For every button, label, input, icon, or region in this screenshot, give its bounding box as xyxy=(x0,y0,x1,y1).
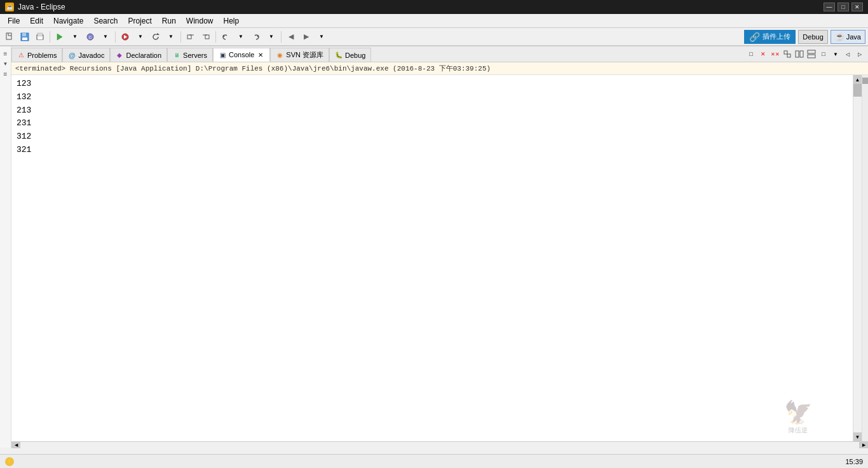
tab-console[interactable]: ▣ Console ✕ xyxy=(213,48,270,62)
debug-icon: 🐛 xyxy=(335,52,342,59)
next-edit-button[interactable] xyxy=(199,30,213,44)
tab-svn-label: SVN 资源库 xyxy=(286,50,323,60)
forward-dropdown[interactable]: ▼ xyxy=(315,30,329,44)
status-left: ⚡ xyxy=(5,457,14,466)
horizontal-scrollbar[interactable]: ◀ ▶ xyxy=(11,441,868,448)
tab-problems[interactable]: ⚠ Problems xyxy=(11,48,62,62)
vertical-scrollbar[interactable]: ▲ ▼ xyxy=(853,75,862,441)
undo-button[interactable] xyxy=(219,30,233,44)
refresh-button[interactable] xyxy=(149,30,163,44)
toolbar-separator-1 xyxy=(50,31,50,43)
debug-perspective-label: Debug xyxy=(803,33,823,41)
tab-svn[interactable]: ◉ SVN 资源库 xyxy=(270,48,329,62)
save-button[interactable] xyxy=(18,30,32,44)
menu-file[interactable]: File xyxy=(3,14,25,27)
tab-servers[interactable]: 🖥 Servers xyxy=(167,48,213,62)
java-perspective-button[interactable]: ☕ Java xyxy=(831,30,865,44)
svg-rect-22 xyxy=(787,54,790,57)
tab-scroll-left[interactable]: ◁ xyxy=(842,48,853,60)
tab-scroll-right[interactable]: ▷ xyxy=(854,48,865,60)
h-scroll-track[interactable] xyxy=(20,442,859,448)
menu-project[interactable]: Project xyxy=(123,14,156,27)
run-button[interactable] xyxy=(53,30,67,44)
svg-rect-8 xyxy=(37,38,43,39)
scroll-right-button[interactable]: ▶ xyxy=(859,442,868,448)
window-title: Java - Eclipse xyxy=(18,3,65,11)
scroll-track xyxy=(853,84,862,432)
gutter-icon-1[interactable]: ≡ xyxy=(1,49,10,58)
console-line-5: 312 xyxy=(17,130,848,144)
menu-search[interactable]: Search xyxy=(88,14,123,27)
scroll-down-button[interactable]: ▼ xyxy=(853,432,862,441)
console-close-button[interactable]: ✕ xyxy=(257,51,264,59)
eclipse-icon: ☕ xyxy=(5,3,14,11)
toolbar-separator-3 xyxy=(180,31,181,43)
status-time: 15:39 xyxy=(845,458,863,465)
tab-declaration-label: Declaration xyxy=(126,52,161,59)
console-output[interactable]: 123 132 213 231 312 321 xyxy=(11,75,853,441)
tab-servers-label: Servers xyxy=(183,52,207,59)
tab-action-7[interactable]: □ xyxy=(818,48,829,60)
menu-navigate[interactable]: Navigate xyxy=(48,14,88,27)
svg-rect-21 xyxy=(784,51,787,54)
menu-window[interactable]: Window xyxy=(181,14,219,27)
tab-bar-actions: □ ✕ ✕✕ □ ▼ ◁ ▷ xyxy=(745,48,868,60)
svg-marker-9 xyxy=(57,34,62,40)
tab-debug[interactable]: 🐛 Debug xyxy=(329,48,371,62)
svg-text:C: C xyxy=(89,36,92,39)
menu-edit[interactable]: Edit xyxy=(25,14,48,27)
toolbar-separator-2 xyxy=(115,31,116,43)
tab-bar-tabs: ⚠ Problems @ Javadoc ◆ Declaration 🖥 Ser… xyxy=(11,46,371,62)
svg-rect-17 xyxy=(205,35,209,39)
console-panel: ⚠ Problems @ Javadoc ◆ Declaration 🖥 Ser… xyxy=(11,46,868,448)
close-button[interactable]: ✕ xyxy=(851,3,863,11)
svg-rect-0 xyxy=(6,33,11,39)
coverage-dropdown[interactable]: ▼ xyxy=(98,30,112,44)
console-status-text: <terminated> Recursions [Java Applicatio… xyxy=(15,65,491,72)
scroll-up-button[interactable]: ▲ xyxy=(853,75,862,84)
console-output-area: 123 132 213 231 312 321 ▲ ▼ xyxy=(11,75,868,441)
menu-run[interactable]: Run xyxy=(157,14,181,27)
console-icon: ▣ xyxy=(219,51,226,59)
coverage-button[interactable]: C xyxy=(83,30,97,44)
redo-button[interactable] xyxy=(249,30,263,44)
redo-dropdown[interactable]: ▼ xyxy=(264,30,278,44)
scroll-thumb[interactable] xyxy=(853,84,862,97)
tab-action-6[interactable] xyxy=(806,48,817,60)
maximize-button[interactable]: □ xyxy=(837,3,849,11)
console-line-2: 132 xyxy=(17,91,848,104)
plugin-upload-button[interactable]: 🔗 插件上传 xyxy=(744,30,796,44)
back-button[interactable]: ◀ xyxy=(284,30,298,44)
svn-icon: ◉ xyxy=(276,52,283,59)
gutter-icon-3[interactable]: ≡ xyxy=(1,69,10,78)
minimize-button[interactable]: — xyxy=(824,3,835,11)
svg-rect-25 xyxy=(808,50,815,53)
menu-help[interactable]: Help xyxy=(219,14,245,27)
gutter-icon-2[interactable]: ▼ xyxy=(1,59,10,68)
debug-button[interactable] xyxy=(118,30,132,44)
scroll-left-button[interactable]: ◀ xyxy=(11,442,20,448)
tab-bar-container: ⚠ Problems @ Javadoc ◆ Declaration 🖥 Ser… xyxy=(11,46,868,62)
tab-javadoc[interactable]: @ Javadoc xyxy=(62,48,110,62)
debug-perspective-button[interactable]: Debug xyxy=(798,30,827,44)
tab-action-4[interactable] xyxy=(782,48,793,60)
new-button[interactable] xyxy=(3,30,17,44)
refresh-dropdown[interactable]: ▼ xyxy=(164,30,178,44)
forward-button[interactable]: ▶ xyxy=(299,30,313,44)
run-dropdown-button[interactable]: ▼ xyxy=(68,30,82,44)
tab-javadoc-label: Javadoc xyxy=(78,52,104,59)
debug-dropdown[interactable]: ▼ xyxy=(133,30,147,44)
tab-action-5[interactable] xyxy=(794,48,805,60)
tab-kill-button[interactable]: ✕ xyxy=(757,48,769,60)
prev-edit-button[interactable] xyxy=(184,30,198,44)
svg-rect-15 xyxy=(187,35,191,39)
tab-view-menu[interactable]: ▼ xyxy=(830,48,841,60)
tab-kill-all-button[interactable]: ✕✕ xyxy=(770,48,781,60)
right-strip-marker[interactable] xyxy=(862,78,868,84)
undo-dropdown[interactable]: ▼ xyxy=(234,30,248,44)
console-line-1: 123 xyxy=(17,78,848,91)
print-button[interactable] xyxy=(33,30,47,44)
tab-minimize-button[interactable]: □ xyxy=(745,48,757,60)
declaration-icon: ◆ xyxy=(116,52,123,59)
tab-declaration[interactable]: ◆ Declaration xyxy=(110,48,167,62)
